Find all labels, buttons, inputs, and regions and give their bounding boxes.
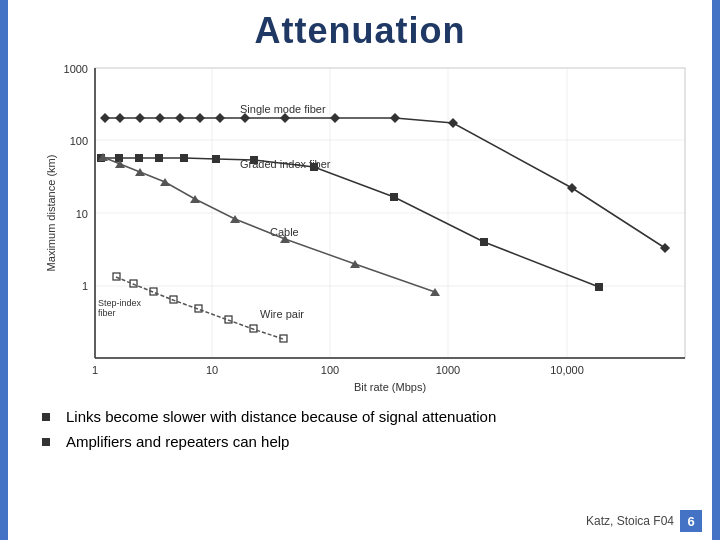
bullet-text-2: Amplifiers and repeaters can help [66, 431, 289, 452]
svg-text:1000: 1000 [436, 364, 460, 376]
svg-text:Bit rate (Mbps): Bit rate (Mbps) [354, 381, 426, 393]
svg-text:1: 1 [92, 364, 98, 376]
chart-area: 1000 100 10 1 1 10 100 1000 10,000 Maxim… [40, 58, 700, 398]
bullet-section: Links become slower with distance becaus… [40, 406, 700, 452]
svg-text:10,000: 10,000 [550, 364, 584, 376]
chart-svg: 1000 100 10 1 1 10 100 1000 10,000 Maxim… [40, 58, 700, 398]
svg-text:10: 10 [206, 364, 218, 376]
svg-text:1: 1 [82, 280, 88, 292]
bullet-item-2: Amplifiers and repeaters can help [40, 431, 700, 452]
bullet-text-1: Links become slower with distance becaus… [66, 406, 496, 427]
page-title: Attenuation [255, 10, 466, 52]
svg-text:Step-index: Step-index [98, 298, 142, 308]
bullet-item-1: Links become slower with distance becaus… [40, 406, 700, 427]
right-accent-bar [712, 0, 720, 540]
svg-text:1000: 1000 [64, 63, 88, 75]
footer: Katz, Stoica F04 6 [586, 510, 702, 532]
footer-page: 6 [680, 510, 702, 532]
svg-rect-73 [42, 413, 50, 421]
page-container: Attenuation 1000 100 10 1 1 10 [0, 0, 720, 540]
svg-text:fiber: fiber [98, 308, 116, 318]
svg-text:Wire pair: Wire pair [260, 308, 304, 320]
bullet-icon-1 [40, 408, 58, 426]
left-accent-bar [0, 0, 8, 540]
svg-text:10: 10 [76, 208, 88, 220]
svg-text:100: 100 [70, 135, 88, 147]
svg-text:Maximum distance (km): Maximum distance (km) [45, 155, 57, 272]
svg-text:100: 100 [321, 364, 339, 376]
svg-rect-74 [42, 438, 50, 446]
bullet-icon-2 [40, 433, 58, 451]
svg-text:Single mode fiber: Single mode fiber [240, 103, 326, 115]
footer-credit: Katz, Stoica F04 [586, 514, 674, 528]
